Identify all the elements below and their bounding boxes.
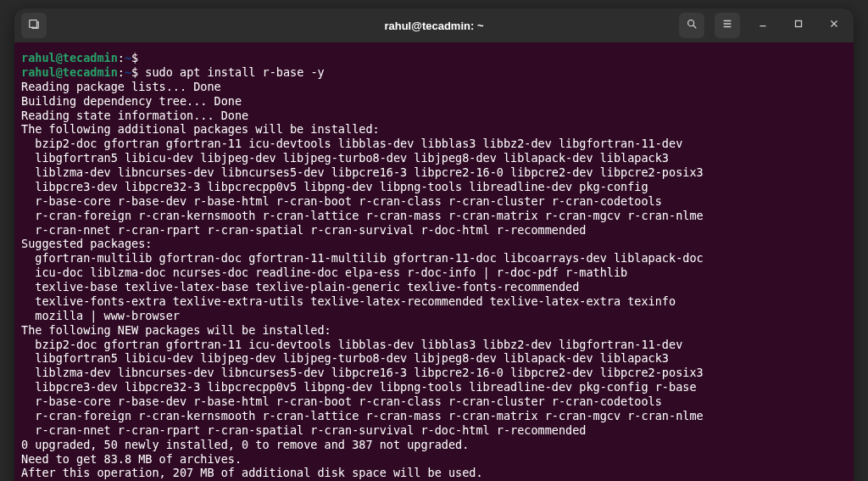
output-line: libgfortran5 libicu-dev libjpeg-dev libj… [21,151,847,165]
prompt-user-host: rahul@tecadmin [21,65,118,79]
output-line: libpcre3-dev libpcre32-3 libpcrecpp0v5 l… [21,180,847,194]
maximize-icon [793,18,804,33]
output-line: 0 upgraded, 50 newly installed, 0 to rem… [21,438,847,452]
hamburger-icon [721,18,733,33]
titlebar-left [21,13,225,38]
prompt-line-command: rahul@tecadmin:~$ sudo apt install r-bas… [21,65,847,80]
prompt-path: ~ [125,51,131,64]
output-line: liblzma-dev libncurses-dev libncurses5-d… [21,366,847,380]
output-line: r-base-core r-base-dev r-base-html r-cra… [21,394,847,409]
output-line: The following additional packages will b… [21,122,847,137]
prompt-dollar: $ [131,51,138,64]
minimize-button[interactable] [750,13,776,38]
output-line: Reading package lists... Done [21,80,847,94]
new-tab-button[interactable] [21,13,47,38]
output-line: mozilla | www-browser [21,309,847,323]
output-line: texlive-base texlive-latex-base texlive-… [21,280,847,294]
close-icon [828,18,840,33]
prompt-user-host: rahul@tecadmin [21,51,118,64]
close-button[interactable] [821,13,847,38]
prompt-line-empty: rahul@tecadmin:~$ [21,51,847,65]
output-line: Reading state information... Done [21,109,847,123]
output-line: After this operation, 207 MB of addition… [21,466,847,480]
menu-button[interactable] [715,13,740,38]
output-line: bzip2-doc gfortran gfortran-11 icu-devto… [21,338,847,352]
search-icon [686,18,698,33]
output-line: Suggested packages: [21,237,847,251]
output-line: gfortran-multilib gfortran-doc gfortran-… [21,251,847,266]
output-line: r-cran-foreign r-cran-kernsmooth r-cran-… [21,209,847,223]
titlebar-right [644,13,848,38]
output-line: r-cran-foreign r-cran-kernsmooth r-cran-… [21,409,847,423]
output-line: r-base-core r-base-dev r-base-html r-cra… [21,194,847,209]
maximize-button[interactable] [786,13,811,38]
output-line: libgfortran5 libicu-dev libjpeg-dev libj… [21,351,847,366]
output-line: bzip2-doc gfortran gfortran-11 icu-devto… [21,137,847,151]
minimize-icon [757,18,769,33]
prompt-dollar: $ [131,65,138,79]
command-text: sudo apt install r-base -y [145,65,324,79]
output-line: libpcre3-dev libpcre32-3 libpcrecpp0v5 l… [21,380,847,394]
terminal-window: rahul@tecadmin: ~ [14,8,854,481]
window-title: rahul@tecadmin: ~ [231,20,637,32]
output-line: Need to get 83.8 MB of archives. [21,452,847,467]
new-tab-icon [28,18,40,33]
output-line: Building dependency tree... Done [21,94,847,109]
svg-point-1 [688,20,694,26]
output-line: icu-doc liblzma-doc ncurses-doc readline… [21,266,847,280]
output-line: r-cran-nnet r-cran-rpart r-cran-spatial … [21,223,847,238]
titlebar: rahul@tecadmin: ~ [14,8,854,42]
search-button[interactable] [679,13,704,38]
output-line: liblzma-dev libncurses-dev libncurses5-d… [21,165,847,180]
output-line: r-cran-nnet r-cran-rpart r-cran-spatial … [21,423,847,438]
svg-rect-7 [796,21,802,27]
output-line: texlive-fonts-extra texlive-extra-utils … [21,294,847,309]
svg-line-2 [693,25,697,29]
output-line: The following NEW packages will be insta… [21,323,847,338]
prompt-path: ~ [125,65,131,79]
terminal-content[interactable]: rahul@tecadmin:~$rahul@tecadmin:~$ sudo … [14,42,854,481]
svg-rect-0 [30,20,37,28]
